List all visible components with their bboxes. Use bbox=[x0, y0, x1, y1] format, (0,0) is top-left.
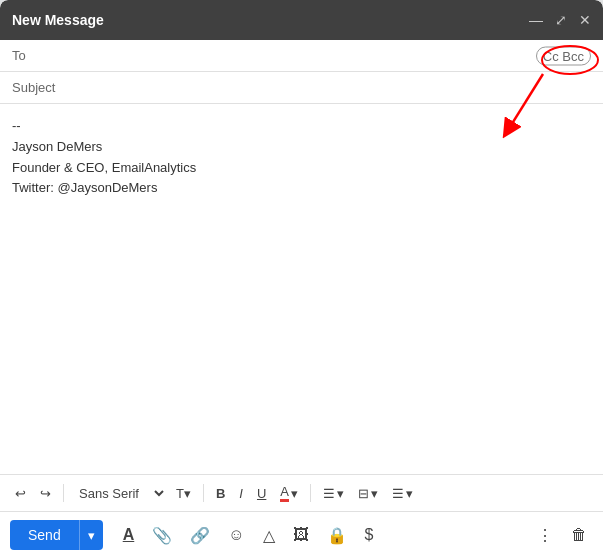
subject-label: Subject bbox=[12, 80, 62, 95]
send-button-group: Send ▾ bbox=[10, 520, 103, 550]
lock-icon: 🔒 bbox=[327, 526, 347, 545]
title-bar: New Message — ⤢ ✕ bbox=[0, 0, 603, 40]
dollar-button[interactable]: $ bbox=[359, 522, 380, 548]
ordered-list-button[interactable]: ⊟▾ bbox=[353, 483, 383, 504]
subject-field-row: Subject bbox=[0, 72, 603, 104]
link-icon: 🔗 bbox=[190, 526, 210, 545]
undo-button[interactable]: ↩ bbox=[10, 483, 31, 504]
to-input[interactable] bbox=[62, 48, 591, 63]
photo-icon: 🖼 bbox=[293, 526, 309, 544]
chevron-down-icon: ▾ bbox=[88, 528, 95, 543]
unordered-list-icon: ☰ bbox=[392, 486, 404, 501]
drive-button[interactable]: △ bbox=[257, 522, 281, 549]
resize-button[interactable]: ⤢ bbox=[555, 12, 567, 28]
trash-icon: 🗑 bbox=[571, 526, 587, 543]
unordered-list-button[interactable]: ☰▾ bbox=[387, 483, 418, 504]
photo-button[interactable]: 🖼 bbox=[287, 522, 315, 548]
attach-button[interactable]: 📎 bbox=[146, 522, 178, 549]
toolbar-sep-2 bbox=[203, 484, 204, 502]
window-title: New Message bbox=[12, 12, 104, 28]
toolbar-sep-1 bbox=[63, 484, 64, 502]
actions-row: Send ▾ A 📎 🔗 ☺ △ 🖼 bbox=[0, 512, 603, 558]
window-controls: — ⤢ ✕ bbox=[529, 12, 591, 28]
more-icon: ⋮ bbox=[537, 527, 553, 544]
emoji-button[interactable]: ☺ bbox=[222, 522, 250, 548]
minimize-button[interactable]: — bbox=[529, 12, 543, 28]
font-size-icon: T▾ bbox=[176, 486, 191, 501]
align-icon: ☰ bbox=[323, 486, 335, 501]
redo-button[interactable]: ↪ bbox=[35, 483, 56, 504]
align-button[interactable]: ☰▾ bbox=[318, 483, 349, 504]
format-button[interactable]: A bbox=[117, 522, 141, 548]
italic-button[interactable]: I bbox=[234, 483, 248, 504]
to-field-row: To Cc Bcc bbox=[0, 40, 603, 72]
drive-icon: △ bbox=[263, 526, 275, 545]
cc-bcc-button[interactable]: Cc Bcc bbox=[536, 46, 591, 65]
compose-footer: ↩ ↪ Sans Serif Serif Monospace T▾ B I U … bbox=[0, 474, 603, 558]
send-button[interactable]: Send bbox=[10, 520, 79, 550]
font-size-button[interactable]: T▾ bbox=[171, 483, 196, 504]
lock-button[interactable]: 🔒 bbox=[321, 522, 353, 549]
more-options-button[interactable]: ⋮ bbox=[531, 522, 559, 549]
send-dropdown-button[interactable]: ▾ bbox=[79, 520, 103, 550]
formatting-toolbar: ↩ ↪ Sans Serif Serif Monospace T▾ B I U … bbox=[0, 475, 603, 512]
emoji-icon: ☺ bbox=[228, 526, 244, 544]
underline-button[interactable]: U bbox=[252, 483, 271, 504]
compose-fields: To Cc Bcc Subject bbox=[0, 40, 603, 104]
ordered-list-icon: ⊟ bbox=[358, 486, 369, 501]
toolbar-sep-3 bbox=[310, 484, 311, 502]
text-color-icon: A bbox=[280, 484, 289, 502]
bold-button[interactable]: B bbox=[211, 483, 230, 504]
close-button[interactable]: ✕ bbox=[579, 12, 591, 28]
message-body[interactable]: -- Jayson DeMers Founder & CEO, EmailAna… bbox=[0, 104, 603, 474]
paperclip-icon: 📎 bbox=[152, 526, 172, 545]
text-color-button[interactable]: A▾ bbox=[275, 481, 303, 505]
compose-body: To Cc Bcc Subject bbox=[0, 40, 603, 474]
subject-input[interactable] bbox=[62, 80, 591, 95]
font-family-select[interactable]: Sans Serif Serif Monospace bbox=[71, 483, 167, 504]
compose-window: New Message — ⤢ ✕ To Cc Bcc Subject bbox=[0, 0, 603, 558]
to-label: To bbox=[12, 48, 62, 63]
link-button[interactable]: 🔗 bbox=[184, 522, 216, 549]
discard-button[interactable]: 🗑 bbox=[565, 522, 593, 548]
format-text-icon: A bbox=[123, 526, 135, 544]
dollar-icon: $ bbox=[365, 526, 374, 544]
